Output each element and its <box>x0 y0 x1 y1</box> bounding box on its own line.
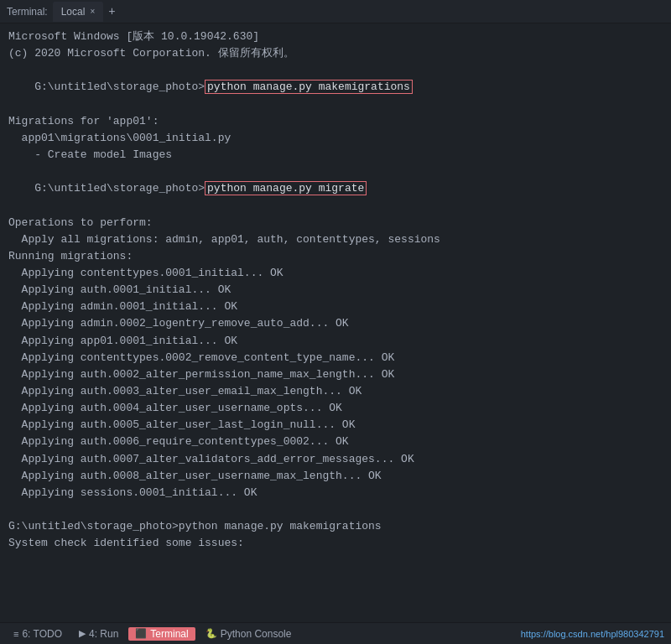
prompt-3: G:\untitled\storage_photo> <box>34 80 205 93</box>
status-terminal-label: Terminal <box>150 628 188 640</box>
tab-close-icon[interactable]: × <box>90 7 95 16</box>
tab-local-label: Local <box>61 6 86 18</box>
status-todo[interactable]: ≡ 6: TODO <box>7 626 69 641</box>
status-url: https://blog.csdn.net/hpl980342791 <box>521 629 664 639</box>
terminal-line-23: Applying auth.0008_alter_user_username_m… <box>8 468 663 485</box>
tab-add-icon[interactable]: + <box>108 5 115 18</box>
terminal-line-18: Applying auth.0003_alter_user_email_max_… <box>8 383 663 400</box>
terminal-line-22: Applying auth.0007_alter_validators_add_… <box>8 451 663 468</box>
terminal-line-24: Applying sessions.0001_initial... OK <box>8 485 663 501</box>
run-icon: ▶ <box>79 628 86 639</box>
terminal-icon: ⬛ <box>135 628 147 639</box>
terminal-line-4: Migrations for 'app01': <box>8 113 663 130</box>
terminal-line-11: Applying contenttypes.0001_initial... OK <box>8 265 663 282</box>
prompt-7: G:\untitled\storage_photo> <box>34 182 205 195</box>
command-makemigrations: python manage.py makemigrations <box>205 80 413 94</box>
status-python-label: Python Console <box>221 628 292 640</box>
terminal-line-19: Applying auth.0004_alter_user_username_o… <box>8 400 663 417</box>
terminal-line-26: G:\untitled\storage_photo>python manage.… <box>8 518 663 535</box>
command-migrate: python manage.py migrate <box>205 181 367 195</box>
tab-local[interactable]: Local × <box>53 2 104 22</box>
terminal-line-16: Applying contenttypes.0002_remove_conten… <box>8 350 663 366</box>
terminal-line-17: Applying auth.0002_alter_permission_name… <box>8 366 663 383</box>
terminal-line-7: G:\untitled\storage_photo>python manage.… <box>8 164 663 214</box>
terminal-line-15: Applying app01.0001_initial... OK <box>8 333 663 350</box>
terminal-line-13: Applying admin.0001_initial... OK <box>8 299 663 315</box>
terminal-line-9: Apply all migrations: admin, app01, auth… <box>8 231 663 248</box>
terminal-line-12: Applying auth.0001_initial... OK <box>8 282 663 299</box>
status-run-label: 4: Run <box>89 628 118 640</box>
tab-bar: Terminal: Local × + <box>0 0 671 23</box>
terminal-line-14: Applying admin.0002_logentry_remove_auto… <box>8 315 663 332</box>
status-bar: ≡ 6: TODO ▶ 4: Run ⬛ Terminal 🐍 Python C… <box>0 622 671 644</box>
terminal-line-27: System check identified some issues: <box>8 535 663 552</box>
todo-icon: ≡ <box>13 629 18 639</box>
status-left: ≡ 6: TODO ▶ 4: Run ⬛ Terminal 🐍 Python C… <box>7 626 298 641</box>
terminal-line-21: Applying auth.0006_require_contenttypes_… <box>8 434 663 450</box>
status-run[interactable]: ▶ 4: Run <box>72 626 125 641</box>
terminal-line-8: Operations to perform: <box>8 215 663 231</box>
terminal-line-5: app01\migrations\0001_initial.py <box>8 130 663 147</box>
tab-bar-label: Terminal: <box>7 6 48 18</box>
terminal-line-6: - Create model Images <box>8 147 663 164</box>
status-python-console[interactable]: 🐍 Python Console <box>199 626 299 641</box>
terminal-line-25 <box>8 501 663 518</box>
terminal-line-1: Microsoft Windows [版本 10.0.19042.630] <box>8 29 663 45</box>
terminal-output: Microsoft Windows [版本 10.0.19042.630] (c… <box>0 23 671 622</box>
python-icon: 🐍 <box>205 628 217 639</box>
terminal-line-10: Running migrations: <box>8 248 663 265</box>
status-todo-label: 6: TODO <box>22 628 62 640</box>
terminal-line-20: Applying auth.0005_alter_user_last_login… <box>8 417 663 434</box>
status-terminal[interactable]: ⬛ Terminal <box>128 627 195 641</box>
terminal-line-3: G:\untitled\storage_photo>python manage.… <box>8 62 663 112</box>
terminal-line-2: (c) 2020 Microsoft Corporation. 保留所有权利。 <box>8 45 663 62</box>
